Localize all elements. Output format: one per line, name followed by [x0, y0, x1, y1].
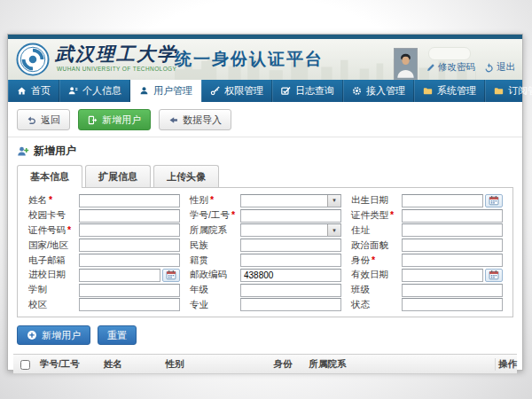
user-table: 学号/工号姓名性别身份所属院系操作 [13, 354, 517, 386]
gender-select[interactable]: ▾ [240, 194, 341, 207]
department-select[interactable]: ▾ [240, 223, 341, 237]
field-postal-code: 邮政编码 [184, 269, 346, 282]
name-input[interactable] [79, 194, 180, 207]
political-status-input[interactable] [402, 239, 503, 252]
nav-log-query[interactable]: 日志查询 [272, 80, 343, 102]
nav-user-mgmt-label: 用户管理 [153, 84, 192, 98]
birth-date-calendar-button[interactable] [485, 194, 503, 207]
chevron-down-icon: ▾ [327, 195, 340, 207]
nav-access-mgmt[interactable]: 接入管理 [343, 80, 414, 102]
calendar-icon [489, 195, 499, 206]
field-ethnicity: 民族 [184, 239, 346, 252]
required-asterisk: * [372, 254, 375, 265]
id-number-input[interactable] [79, 223, 180, 237]
nav-subscription-mgmt-label: 订阅管理 [508, 84, 532, 98]
col-identity: 身份 [270, 358, 305, 371]
country-region-input[interactable] [79, 239, 180, 252]
col-actions: 操作 [495, 358, 517, 371]
field-id-type: 证件类型* [346, 209, 507, 223]
email-input[interactable] [79, 254, 180, 267]
student-staff-no-input[interactable] [240, 209, 341, 223]
campus-input[interactable] [79, 298, 180, 311]
required-asterisk: * [231, 209, 235, 220]
nav-log-query-label: 日志查询 [295, 84, 334, 98]
nav-home[interactable]: 首页 [8, 80, 59, 102]
major-input[interactable] [240, 298, 341, 311]
tab-extended-info[interactable]: 扩展信息 [85, 165, 151, 187]
back-button[interactable]: 返回 [17, 109, 70, 130]
user-plus-icon [17, 145, 29, 158]
col-name: 姓名 [100, 358, 162, 371]
platform-title: 统一身份认证平台 [175, 48, 324, 71]
chevron-down-icon: ▾ [327, 224, 340, 236]
col-department: 所属院系 [305, 358, 495, 371]
nav-profile[interactable]: 个人信息 [59, 80, 130, 102]
reset-label: 重置 [107, 329, 127, 342]
schooling-length-input[interactable] [79, 284, 180, 297]
major-label: 专业 [190, 299, 240, 311]
id-type-input[interactable] [402, 209, 503, 223]
nav-permission-mgmt[interactable]: 权限管理 [201, 80, 272, 102]
power-icon [484, 63, 494, 73]
submit-add-user-button[interactable]: 新增用户 [17, 325, 90, 345]
user-icon [139, 86, 149, 96]
address-label: 住址 [351, 224, 402, 237]
calendar-icon [489, 270, 499, 280]
form-row: 姓名*性别*▾出生日期 [23, 193, 507, 208]
left-arrow-icon [168, 115, 178, 125]
ethnicity-input[interactable] [240, 239, 341, 252]
user-table-empty-body [13, 374, 517, 386]
entry-date-date-field [79, 269, 180, 282]
identity-label: 身份* [351, 254, 402, 267]
desktop-background: 武汉理工大学 WUHAN UNIVERSITY OF TECHNOLOGY 统一… [0, 0, 532, 399]
entry-date-input[interactable] [79, 269, 160, 282]
check-square-icon [281, 86, 291, 96]
country-region-label: 国家/地区 [28, 239, 79, 252]
grade-input[interactable] [240, 284, 341, 297]
field-entry-date: 进校日期 [23, 269, 184, 282]
status-input[interactable] [402, 298, 503, 311]
field-valid-date: 有效日期 [346, 269, 507, 282]
tab-upload-avatar[interactable]: 上传头像 [153, 165, 219, 187]
field-grade: 年级 [184, 284, 346, 297]
id-type-label: 证件类型* [351, 209, 402, 222]
header-banner: 武汉理工大学 WUHAN UNIVERSITY OF TECHNOLOGY 统一… [8, 39, 522, 80]
nav-profile-label: 个人信息 [82, 84, 121, 98]
native-place-label: 籍贯 [190, 254, 240, 267]
user-avatar [394, 48, 418, 80]
change-password-link[interactable]: 修改密码 [426, 61, 475, 74]
birth-date-input[interactable] [402, 194, 483, 207]
form-tabs: 基本信息扩展信息上传头像 [17, 165, 513, 187]
native-place-input[interactable] [240, 254, 341, 267]
reset-button[interactable]: 重置 [98, 325, 137, 345]
required-asterisk: * [49, 194, 52, 205]
class-input[interactable] [402, 284, 503, 297]
identity-input[interactable] [402, 254, 503, 267]
required-asterisk: * [67, 224, 71, 235]
field-country-region: 国家/地区 [23, 239, 184, 252]
app-window: 武汉理工大学 WUHAN UNIVERSITY OF TECHNOLOGY 统一… [7, 34, 523, 371]
department-label: 所属院系 [190, 224, 240, 237]
nav-subscription-mgmt[interactable]: 订阅管理 [485, 80, 532, 102]
entry-date-calendar-button[interactable] [162, 269, 180, 282]
tab-basic-info[interactable]: 基本信息 [17, 165, 82, 188]
nav-system-mgmt-label: 系统管理 [437, 84, 476, 98]
change-password-label: 修改密码 [438, 61, 475, 74]
data-import-button[interactable]: 数据导入 [159, 109, 231, 130]
valid-date-calendar-button[interactable] [485, 269, 503, 282]
export-icon [88, 115, 98, 125]
nav-user-mgmt[interactable]: 用户管理 [130, 80, 201, 102]
valid-date-input[interactable] [402, 269, 483, 282]
form-row: 校园卡号学号/工号*证件类型* [23, 208, 507, 223]
add-user-toolbar-button[interactable]: 新增用户 [78, 109, 151, 130]
nav-system-mgmt[interactable]: 系统管理 [414, 80, 485, 102]
required-asterisk: * [210, 194, 214, 205]
postal-code-label: 邮政编码 [190, 269, 240, 281]
select-all-checkbox[interactable] [20, 360, 30, 370]
logout-link[interactable]: 退出 [484, 61, 515, 74]
campus-card-no-input[interactable] [79, 209, 180, 223]
undo-icon [27, 115, 36, 125]
postal-code-input[interactable] [240, 269, 341, 282]
submit-add-user-label: 新增用户 [42, 329, 81, 342]
address-input[interactable] [402, 223, 503, 237]
